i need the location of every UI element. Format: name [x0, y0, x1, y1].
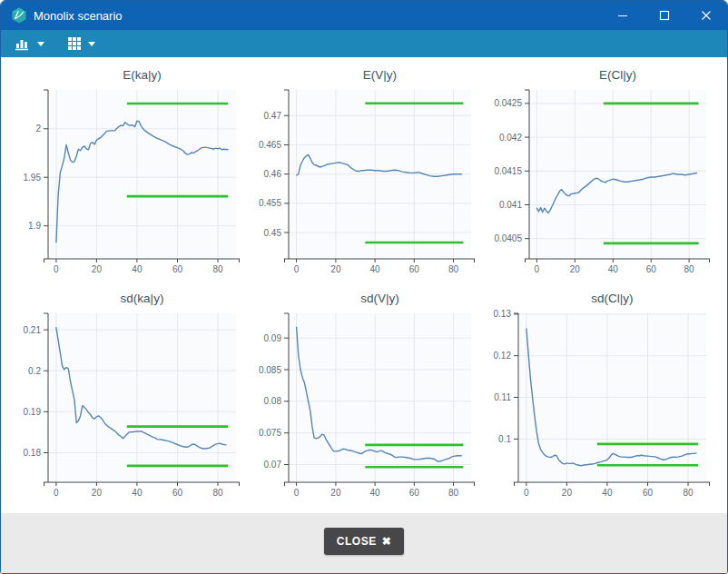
charts-grid: 1.91.952020406080E(ka|y) 0.450.4550.460.…	[1, 57, 727, 513]
svg-text:20: 20	[562, 488, 573, 498]
titlebar: Monolix scenario	[1, 1, 727, 30]
svg-text:0.13: 0.13	[494, 309, 512, 319]
footer: CLOSE ✖	[1, 513, 727, 573]
svg-text:40: 40	[370, 488, 381, 498]
svg-text:20: 20	[330, 488, 341, 498]
close-x-icon: ✖	[382, 535, 392, 548]
svg-text:0: 0	[535, 264, 540, 274]
svg-text:0: 0	[294, 264, 300, 274]
close-button[interactable]: CLOSE ✖	[324, 528, 404, 555]
grid-icon	[68, 37, 82, 51]
chart-canvas[interactable]: 0.070.0750.080.0850.09020406080sd(V|y)	[250, 290, 478, 506]
svg-text:0.45: 0.45	[264, 228, 282, 238]
monolix-scenario-window: Monolix scenario	[0, 0, 728, 574]
svg-text:80: 80	[448, 264, 459, 274]
chart-canvas[interactable]: 0.180.190.20.21020406080sd(ka|y)	[15, 290, 243, 506]
window-title: Monolix scenario	[34, 9, 602, 23]
svg-text:0.085: 0.085	[259, 365, 281, 375]
svg-text:60: 60	[643, 488, 654, 498]
svg-text:80: 80	[684, 264, 695, 274]
chart-type-dropdown-button[interactable]	[10, 35, 50, 54]
svg-text:0.46: 0.46	[264, 169, 282, 179]
caret-down-icon	[37, 42, 44, 46]
chart-e-ka[interactable]: 1.91.952020406080E(ka|y)	[15, 66, 243, 282]
svg-text:0: 0	[54, 488, 59, 498]
chart-sd-v[interactable]: 0.070.0750.080.0850.09020406080sd(V|y)	[250, 290, 478, 506]
svg-text:1.95: 1.95	[23, 173, 41, 183]
svg-text:80: 80	[212, 264, 223, 274]
svg-text:0.1: 0.1	[498, 434, 511, 444]
svg-text:0.075: 0.075	[259, 428, 281, 438]
svg-text:0.0405: 0.0405	[495, 233, 523, 243]
svg-text:60: 60	[172, 264, 183, 274]
svg-text:0.042: 0.042	[499, 133, 522, 143]
svg-text:0.465: 0.465	[259, 140, 281, 150]
svg-text:0: 0	[294, 488, 300, 498]
chart-canvas[interactable]: 1.91.952020406080E(ka|y)	[15, 66, 243, 282]
svg-text:0.041: 0.041	[499, 200, 522, 210]
close-button-label: CLOSE	[337, 535, 377, 548]
toolbar	[1, 30, 727, 57]
svg-text:1.9: 1.9	[28, 221, 41, 231]
svg-text:20: 20	[330, 264, 341, 274]
svg-text:40: 40	[132, 488, 143, 498]
svg-text:20: 20	[570, 264, 581, 274]
svg-text:0.2: 0.2	[28, 366, 41, 376]
close-window-button[interactable]	[685, 1, 727, 30]
svg-text:80: 80	[684, 488, 694, 498]
svg-text:0.19: 0.19	[23, 407, 41, 417]
svg-text:60: 60	[646, 264, 657, 274]
svg-text:0.12: 0.12	[494, 351, 512, 361]
svg-text:20: 20	[91, 488, 102, 498]
svg-text:40: 40	[370, 264, 381, 274]
svg-text:0.07: 0.07	[264, 460, 282, 470]
svg-text:0.11: 0.11	[495, 392, 512, 402]
chart-sd-cl[interactable]: 0.10.110.120.13020406080sd(Cl|y)	[485, 290, 713, 506]
svg-text:sd(V|y): sd(V|y)	[360, 292, 399, 305]
svg-text:0.08: 0.08	[264, 396, 282, 406]
svg-text:80: 80	[448, 488, 459, 498]
svg-text:E(V|y): E(V|y)	[363, 68, 397, 82]
caret-down-icon	[88, 42, 95, 46]
chart-canvas[interactable]: 0.450.4550.460.4650.47020406080E(V|y)	[250, 66, 478, 282]
window-controls	[602, 1, 727, 30]
chart-e-cl[interactable]: 0.04050.0410.04150.0420.0425020406080E(C…	[485, 66, 713, 282]
minimize-icon	[617, 10, 628, 21]
svg-text:0.09: 0.09	[264, 333, 282, 343]
svg-text:0.455: 0.455	[259, 198, 281, 208]
svg-text:0.0425: 0.0425	[495, 98, 523, 108]
svg-text:60: 60	[409, 264, 420, 274]
maximize-icon	[659, 10, 670, 21]
svg-text:0.47: 0.47	[264, 111, 282, 121]
svg-text:0.18: 0.18	[23, 448, 41, 458]
bar-chart-icon	[15, 37, 31, 51]
svg-text:0: 0	[54, 264, 59, 274]
chart-canvas[interactable]: 0.04050.0410.04150.0420.0425020406080E(C…	[485, 66, 713, 282]
close-icon	[701, 10, 712, 21]
svg-text:60: 60	[172, 488, 183, 498]
chart-e-v[interactable]: 0.450.4550.460.4650.47020406080E(V|y)	[250, 66, 478, 282]
grid-layout-dropdown-button[interactable]	[63, 35, 101, 54]
svg-text:0.0415: 0.0415	[495, 166, 523, 176]
chart-canvas[interactable]: 0.10.110.120.13020406080sd(Cl|y)	[485, 290, 713, 506]
minimize-button[interactable]	[602, 1, 644, 30]
svg-text:20: 20	[91, 264, 102, 274]
svg-text:40: 40	[608, 264, 619, 274]
monolix-logo-icon	[11, 7, 27, 24]
svg-text:sd(ka|y): sd(ka|y)	[120, 292, 163, 305]
maximize-button[interactable]	[644, 1, 685, 30]
chart-sd-ka[interactable]: 0.180.190.20.21020406080sd(ka|y)	[15, 290, 243, 506]
svg-text:40: 40	[132, 264, 143, 274]
svg-text:80: 80	[212, 488, 223, 498]
svg-text:2: 2	[35, 124, 41, 134]
svg-text:E(ka|y): E(ka|y)	[123, 68, 162, 82]
svg-text:0: 0	[524, 488, 529, 498]
svg-text:E(Cl|y): E(Cl|y)	[599, 68, 636, 82]
svg-text:40: 40	[603, 488, 614, 498]
svg-text:60: 60	[409, 488, 420, 498]
svg-text:0.21: 0.21	[23, 325, 41, 335]
svg-text:sd(Cl|y): sd(Cl|y)	[592, 292, 634, 305]
